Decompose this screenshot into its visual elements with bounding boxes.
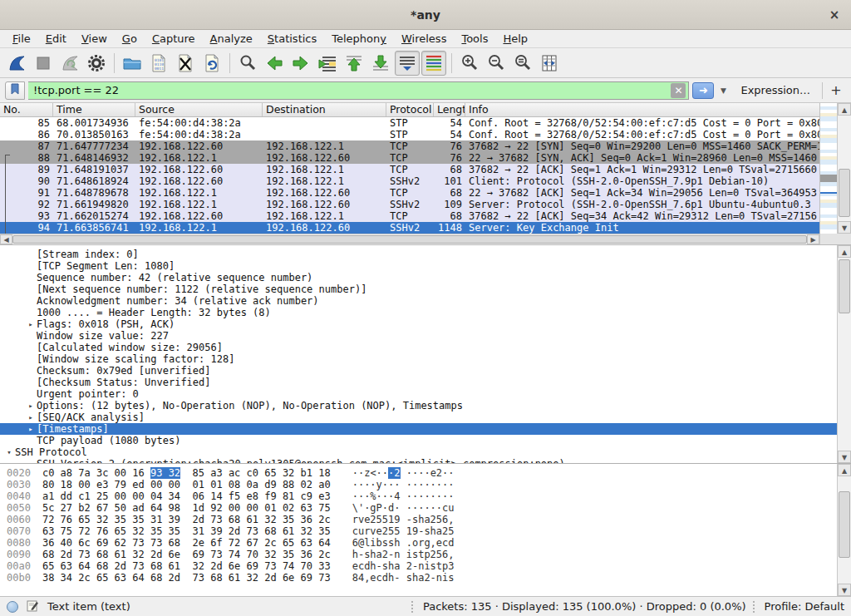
expander-right-icon[interactable]: ▸: [25, 318, 37, 330]
detail-row[interactable]: ▸[Timestamps]: [0, 423, 837, 435]
find-packet-button[interactable]: [235, 51, 260, 76]
status-profile[interactable]: Profile: Default: [765, 600, 844, 613]
annotate-icon[interactable]: [27, 599, 39, 614]
menu-telephony[interactable]: Telephony: [324, 31, 394, 47]
packet-row-87[interactable]: 8771.647777234192.168.122.60192.168.122.…: [0, 140, 819, 152]
column-header-time[interactable]: Time: [53, 103, 135, 116]
scroll-down-icon[interactable]: ▼: [838, 584, 851, 596]
open-file-button[interactable]: [120, 51, 145, 76]
menu-analyze[interactable]: Analyze: [203, 31, 260, 47]
detail-row[interactable]: [Window size scaling factor: 128]: [0, 353, 837, 365]
menu-statistics[interactable]: Statistics: [260, 31, 324, 47]
hex-row-0060[interactable]: 006072 76 65 32 35 35 31 39 2d 73 68 61 …: [7, 514, 837, 525]
detail-row[interactable]: [Calculated window size: 29056]: [0, 342, 837, 353]
hex-row-0040[interactable]: 0040a1 dd c1 25 00 00 04 34 06 14 f5 e8 …: [7, 490, 837, 502]
detail-row[interactable]: ▸Options: (12 bytes), No-Operation (NOP)…: [0, 400, 837, 411]
hex-row-0030[interactable]: 003080 18 00 e3 79 ed 00 00 01 01 08 0a …: [7, 479, 837, 490]
packet-row-94[interactable]: 9471.663856741192.168.122.1192.168.122.6…: [0, 222, 819, 234]
packet-row-85[interactable]: 8568.001734936fe:54:00:d4:38:2aSTP54Conf…: [0, 117, 819, 129]
menu-capture[interactable]: Capture: [145, 31, 203, 47]
hex-row-00b0[interactable]: 00b038 34 2c 65 63 64 68 2d 73 68 61 32 …: [7, 572, 837, 584]
reload-file-button[interactable]: [199, 51, 224, 76]
expander-right-icon[interactable]: ▸: [25, 411, 37, 423]
hex-dump[interactable]: 0020c0 a8 7a 3c 00 16 93 32 85 a3 ac c0 …: [0, 464, 837, 596]
filter-dropdown-icon[interactable]: ▼: [717, 82, 729, 99]
expert-info-icon[interactable]: [7, 601, 18, 613]
menu-view[interactable]: View: [74, 31, 115, 47]
filter-bookmark-button[interactable]: [5, 81, 25, 100]
detail-row[interactable]: Sequence number: 42 (relative sequence n…: [0, 272, 837, 283]
packet-list-vscrollbar[interactable]: ▲ ▼: [837, 103, 851, 234]
auto-scroll-toggle[interactable]: [395, 51, 420, 76]
menu-file[interactable]: File: [5, 31, 38, 47]
scroll-left-icon[interactable]: ◀: [0, 234, 12, 244]
filter-clear-icon[interactable]: ✕: [671, 83, 686, 98]
menu-wireless[interactable]: Wireless: [394, 31, 454, 47]
zoom-original-button[interactable]: [510, 51, 535, 76]
vscroll-thumb[interactable]: [839, 491, 850, 558]
packet-minimap[interactable]: [819, 103, 837, 234]
bytes-vscrollbar[interactable]: ▲ ▼: [837, 464, 851, 596]
expander-right-icon[interactable]: ▸: [25, 458, 37, 463]
start-capture-button[interactable]: [4, 51, 29, 76]
detail-row[interactable]: ▸SSH Version 2 (encryption:chacha20-poly…: [0, 458, 837, 463]
close-icon[interactable]: ×: [826, 7, 843, 23]
zoom-in-button[interactable]: [457, 51, 482, 76]
scroll-up-icon[interactable]: ▲: [838, 103, 851, 116]
resize-columns-button[interactable]: [537, 51, 562, 76]
stop-capture-button[interactable]: [31, 51, 56, 76]
detail-row[interactable]: Acknowledgment number: 34 (relative ack …: [0, 295, 837, 307]
expander-down-icon[interactable]: ▾: [3, 446, 15, 458]
column-header-protocol[interactable]: Protocol: [386, 103, 434, 116]
expander-right-icon[interactable]: ▸: [25, 423, 37, 435]
menu-edit[interactable]: Edit: [38, 31, 74, 47]
scroll-up-icon[interactable]: ▲: [838, 245, 851, 258]
details-vscrollbar[interactable]: ▲ ▼: [837, 245, 851, 463]
hex-row-0050[interactable]: 00505c 27 b2 67 50 ad 64 98 1d 92 00 00 …: [7, 502, 837, 514]
vscroll-thumb[interactable]: [839, 259, 850, 313]
menu-go[interactable]: Go: [115, 31, 145, 47]
restart-capture-button[interactable]: [57, 51, 82, 76]
detail-row[interactable]: TCP payload (1080 bytes): [0, 435, 837, 446]
detail-row[interactable]: [Stream index: 0]: [0, 249, 837, 260]
hex-row-0070[interactable]: 007063 75 72 76 65 32 35 35 31 39 2d 73 …: [7, 525, 837, 537]
save-file-button[interactable]: 010101100011: [146, 51, 171, 76]
detail-row[interactable]: ▾SSH Protocol: [0, 446, 837, 458]
menu-help[interactable]: Help: [495, 31, 535, 47]
go-forward-button[interactable]: [288, 51, 313, 76]
hscroll-thumb[interactable]: [12, 235, 807, 244]
go-to-packet-button[interactable]: [315, 51, 340, 76]
hex-row-00a0[interactable]: 00a065 63 64 68 2d 73 68 61 32 2d 6e 69 …: [7, 560, 837, 572]
detail-row[interactable]: Checksum: 0x79ed [unverified]: [0, 365, 837, 377]
expander-right-icon[interactable]: ▸: [25, 400, 37, 411]
detail-row[interactable]: 1000 .... = Header Length: 32 bytes (8): [0, 307, 837, 318]
column-header-info[interactable]: Info: [465, 103, 819, 116]
display-filter-input[interactable]: [28, 84, 671, 96]
packet-row-88[interactable]: 8871.648146932192.168.122.1192.168.122.6…: [0, 152, 819, 164]
packet-row-89[interactable]: 8971.648191037192.168.122.60192.168.122.…: [0, 164, 819, 175]
scroll-right-icon[interactable]: ▶: [807, 234, 819, 244]
detail-row[interactable]: Window size value: 227: [0, 330, 837, 342]
zoom-out-button[interactable]: [484, 51, 509, 76]
go-last-button[interactable]: [368, 51, 393, 76]
packet-row-90[interactable]: 9071.648618924192.168.122.60192.168.122.…: [0, 175, 819, 187]
column-header-length[interactable]: Length: [434, 103, 465, 116]
detail-row[interactable]: [Checksum Status: Unverified]: [0, 377, 837, 388]
filter-apply-button[interactable]: ➜: [692, 82, 714, 99]
hex-row-0090[interactable]: 009068 2d 73 68 61 32 2d 6e 69 73 74 70 …: [7, 549, 837, 560]
menu-tools[interactable]: Tools: [454, 31, 495, 47]
detail-row[interactable]: [Next sequence number: 1122 (relative se…: [0, 283, 837, 295]
packet-row-91[interactable]: 9171.648789678192.168.122.1192.168.122.6…: [0, 187, 819, 199]
packet-row-86[interactable]: 8670.013850163fe:54:00:d4:38:2aSTP54Conf…: [0, 129, 819, 140]
column-header-no[interactable]: No.: [0, 103, 53, 116]
detail-row[interactable]: ▸Flags: 0x018 (PSH, ACK): [0, 318, 837, 330]
packet-row-93[interactable]: 9371.662015274192.168.122.60192.168.122.…: [0, 210, 819, 222]
column-header-destination[interactable]: Destination: [263, 103, 386, 116]
go-back-button[interactable]: [262, 51, 287, 76]
add-filter-button[interactable]: +: [826, 82, 846, 98]
go-first-button[interactable]: [342, 51, 366, 76]
packet-list-hscrollbar[interactable]: ◀ ▶: [0, 234, 819, 244]
detail-row[interactable]: ▸[SEQ/ACK analysis]: [0, 411, 837, 423]
hex-row-0080[interactable]: 008036 40 6c 69 62 73 73 68 2e 6f 72 67 …: [7, 537, 837, 549]
close-file-button[interactable]: [173, 51, 198, 76]
